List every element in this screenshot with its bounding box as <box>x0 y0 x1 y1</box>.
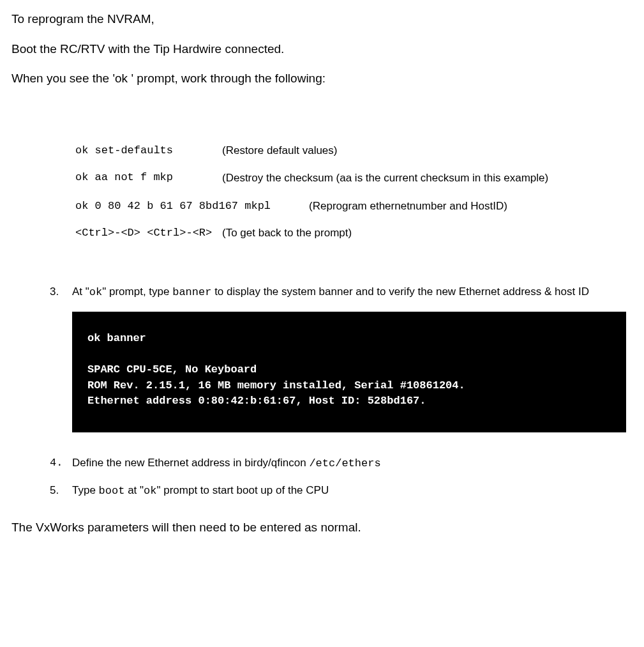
text: at " <box>124 484 144 496</box>
terminal-line: Ethernet address 0:80:42:b:61:67, Host I… <box>87 393 611 409</box>
inline-code: boot <box>99 485 125 497</box>
text: " prompt, type <box>102 285 172 298</box>
step-body: Type boot at "ok" prompt to start boot u… <box>72 483 633 499</box>
inline-code: /etc/ethers <box>309 457 380 469</box>
cmd-desc: (Restore default values) <box>222 144 337 157</box>
terminal-line: ROM Rev. 2.15.1, 16 MB memory installed,… <box>87 378 611 394</box>
terminal-output: ok banner SPARC CPU-5CE, No KeyboardROM … <box>72 312 626 432</box>
step-4: 4. Define the new Ethernet address in bi… <box>50 455 633 471</box>
cmd-desc: (Destroy the checksum (aa is the current… <box>222 171 548 186</box>
step-number: 4. <box>50 455 72 471</box>
numbered-steps: 3. At "ok" prompt, type banner to displa… <box>50 284 633 499</box>
command-block: ok set-defaults (Restore default values)… <box>75 144 633 240</box>
step-number: 3. <box>50 284 72 300</box>
text: " prompt to start boot up of the CPU <box>156 484 329 496</box>
cmd-row-ctrl-keys: <Ctrl>-<D> <Ctrl>-<R> (To get back to th… <box>75 227 633 240</box>
outro-text: The VxWorks parameters will then need to… <box>11 521 633 535</box>
inline-code: ok <box>144 485 156 497</box>
cmd-row-set-defaults: ok set-defaults (Restore default values) <box>75 144 633 157</box>
cmd-desc: (Reprogram ethernetnumber and HostID) <box>309 200 507 213</box>
intro-line-3: When you see the 'ok ' prompt, work thro… <box>11 71 633 87</box>
step-body: At "ok" prompt, type banner to display t… <box>72 284 633 300</box>
cmd-text: ok aa not f mkp <box>75 171 222 183</box>
cmd-text: ok set-defaults <box>75 144 222 156</box>
intro-line-1: To reprogram the NVRAM, <box>11 11 633 27</box>
cmd-row-destroy-checksum: ok aa not f mkp (Destroy the checksum (a… <box>75 171 633 186</box>
inline-code: ok <box>89 286 102 298</box>
step-body: Define the new Ethernet address in birdy… <box>72 455 633 471</box>
step-5: 5. Type boot at "ok" prompt to start boo… <box>50 483 633 499</box>
text: to display the system banner and to veri… <box>211 285 589 298</box>
cmd-desc: (To get back to the prompt) <box>222 227 352 240</box>
text: Define the new Ethernet address in birdy… <box>72 457 309 469</box>
cmd-text: ok 0 80 42 b 61 67 8bd167 mkpl <box>75 200 271 212</box>
text: At " <box>72 285 89 298</box>
step-3: 3. At "ok" prompt, type banner to displa… <box>50 284 633 300</box>
step-number: 5. <box>50 483 72 499</box>
cmd-row-reprogram: ok 0 80 42 b 61 67 8bd167 mkpl (Reprogra… <box>75 200 633 213</box>
cmd-text: <Ctrl>-<D> <Ctrl>-<R> <box>75 227 222 239</box>
inline-code: banner <box>172 286 211 298</box>
text: Type <box>72 484 99 496</box>
terminal-line: ok banner <box>87 331 611 347</box>
intro-section: To reprogram the NVRAM, Boot the RC/RTV … <box>11 11 633 87</box>
intro-line-2: Boot the RC/RTV with the Tip Hardwire co… <box>11 42 633 57</box>
terminal-line: SPARC CPU-5CE, No Keyboard <box>87 362 611 378</box>
